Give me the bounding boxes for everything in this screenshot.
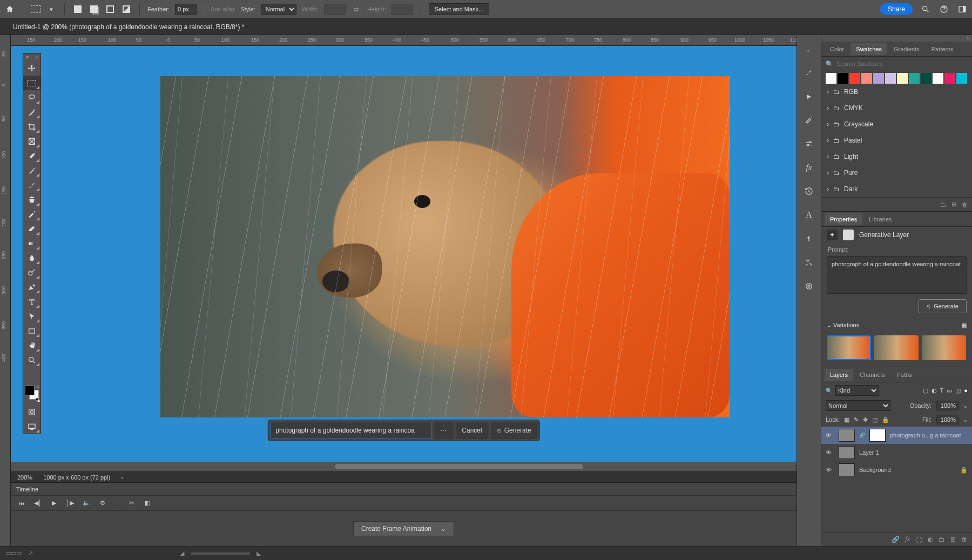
tools-settings-icon[interactable] [803, 257, 815, 268]
feather-input[interactable] [175, 4, 197, 15]
cancel-button[interactable]: Cancel [455, 422, 488, 439]
link-icon[interactable]: 🔗 [859, 433, 865, 438]
swatch-chip[interactable] [933, 73, 943, 84]
layer-name[interactable]: Layer 1 [859, 449, 879, 456]
tab-swatches[interactable]: Swatches [850, 43, 887, 55]
chevron-down-icon[interactable]: ▾ [46, 4, 57, 15]
document-tab[interactable]: Untitled-1 @ 200% (photograph of a golde… [0, 19, 972, 35]
swatch-chip[interactable] [861, 73, 872, 84]
share-button[interactable]: Share [880, 3, 913, 15]
toolbox-close[interactable]: ✕» [23, 53, 40, 61]
variation-thumb-1[interactable] [827, 335, 871, 360]
document-dimensions[interactable]: 1000 px x 600 px (72 ppi) [43, 474, 110, 481]
lasso-tool[interactable] [23, 90, 40, 105]
tab-properties[interactable]: Properties [825, 213, 862, 225]
swatch-chip[interactable] [849, 73, 860, 84]
brush-settings-panel-icon[interactable] [803, 114, 815, 126]
swatch-folder[interactable]: ›🗀Dark [821, 181, 972, 197]
layer-item[interactable]: 👁🔗photograph o...g a raincoat [821, 427, 972, 444]
layer-filter-kind[interactable]: Kind [835, 385, 879, 396]
help-icon[interactable] [939, 4, 949, 15]
workspace-icon[interactable] [957, 4, 968, 15]
style-select[interactable]: Normal [261, 4, 296, 15]
new-adjustment-icon[interactable]: ◐ [928, 536, 933, 543]
swatch-folder[interactable]: ›🗀Pastel [821, 132, 972, 149]
dodge-tool[interactable] [23, 265, 40, 280]
tab-color[interactable]: Color [825, 43, 849, 55]
zoom-tool[interactable] [23, 353, 40, 367]
filter-smart-icon[interactable]: ◫ [955, 387, 961, 394]
next-frame-icon[interactable]: │▶ [66, 499, 75, 508]
magic-wand-tool[interactable] [23, 105, 40, 119]
chevron-down-icon[interactable]: ⌄ [436, 525, 446, 532]
timeline-settings-icon[interactable]: ⚙ [98, 499, 107, 508]
frame-tool[interactable] [23, 134, 40, 149]
swatch-chip[interactable] [873, 73, 884, 84]
variation-thumb-3[interactable] [922, 335, 966, 360]
link-layers-icon[interactable]: 🔗 [892, 536, 900, 543]
crop-tool[interactable] [23, 119, 40, 134]
add-mask-icon[interactable]: ◯ [915, 536, 922, 543]
swatch-folder[interactable]: ›🗀RGB [821, 84, 972, 100]
swatch-chip[interactable] [956, 73, 967, 84]
swatch-chip[interactable] [838, 73, 848, 84]
swatch-chip[interactable] [944, 73, 955, 84]
layer-fx-icon[interactable]: fx [905, 535, 910, 543]
expand-dock-icon[interactable]: ‹‹ [797, 48, 821, 55]
prev-frame-icon[interactable]: ◀│ [33, 499, 42, 508]
tab-gradients[interactable]: Gradients [888, 43, 925, 55]
swatch-chip[interactable] [897, 73, 908, 84]
styles-panel-icon[interactable]: fx [803, 161, 815, 173]
lock-image-icon[interactable]: ✎ [854, 416, 859, 423]
generative-prompt-input[interactable] [269, 422, 431, 439]
horizontal-scrollbar[interactable] [11, 462, 796, 471]
swatch-chip[interactable] [885, 73, 896, 84]
mute-icon[interactable]: 🔈 [82, 499, 91, 508]
marquee-tool-icon[interactable] [31, 5, 40, 13]
selection-new-icon[interactable] [72, 4, 83, 15]
foreground-color-swatch[interactable] [25, 386, 35, 395]
filter-type-icon[interactable]: T [940, 387, 944, 394]
timeline-zoom-slider[interactable] [191, 552, 250, 555]
canvas-view[interactable]: ⋯ Cancel ⎋Generate [11, 46, 796, 462]
fill-input[interactable] [936, 415, 959, 424]
timeline-tab[interactable]: Timeline [11, 483, 796, 496]
hand-tool[interactable] [23, 338, 40, 353]
healing-brush-tool[interactable] [23, 163, 40, 178]
eraser-tool[interactable] [23, 221, 40, 236]
swatch-folder[interactable]: ›🗀Grayscale [821, 116, 972, 132]
zoom-in-slider-icon[interactable]: ◣ [256, 550, 261, 557]
filter-shape-icon[interactable]: ▭ [947, 387, 952, 394]
brushes-panel-icon[interactable] [803, 66, 815, 78]
play-icon[interactable]: ▶ [50, 499, 58, 508]
eyedropper-tool[interactable] [23, 149, 40, 163]
swatch-folder[interactable]: ›🗀Light [821, 149, 972, 165]
quick-mask-mode[interactable] [23, 404, 40, 419]
delete-layer-icon[interactable]: 🗑 [961, 536, 968, 543]
goto-first-frame-icon[interactable]: ⏮ [17, 499, 26, 508]
new-swatch-icon[interactable]: ⊞ [951, 201, 956, 208]
lock-icon[interactable]: 🔒 [960, 467, 968, 474]
history-panel-icon[interactable] [803, 185, 815, 197]
swatch-search-input[interactable] [836, 60, 968, 67]
swatch-chip[interactable] [826, 73, 836, 84]
grid-view-icon[interactable]: ▦ [961, 322, 967, 329]
chevron-down-icon[interactable]: ⌄ [963, 416, 968, 423]
collapse-panels-icon[interactable]: ‹‹ [821, 35, 972, 42]
rectangle-tool[interactable] [23, 323, 40, 338]
screen-mode[interactable] [23, 419, 40, 434]
search-icon[interactable] [920, 4, 931, 15]
new-group-icon[interactable]: 🗀 [940, 201, 946, 208]
rectangular-marquee-tool[interactable] [23, 76, 40, 90]
tab-patterns[interactable]: Patterns [926, 43, 959, 55]
lock-transparency-icon[interactable]: ▦ [844, 416, 849, 423]
default-colors-icon[interactable] [36, 398, 40, 402]
gradient-tool[interactable] [23, 236, 40, 251]
type-tool[interactable] [23, 294, 40, 309]
home-icon[interactable] [4, 4, 15, 15]
variations-toggle[interactable]: ⌄ Variations ▦ [821, 319, 972, 332]
lock-artboard-icon[interactable]: ◫ [872, 416, 878, 423]
opacity-input[interactable] [936, 401, 959, 410]
lock-all-icon[interactable]: 🔒 [882, 416, 889, 423]
layer-mask-thumbnail[interactable] [869, 429, 886, 442]
